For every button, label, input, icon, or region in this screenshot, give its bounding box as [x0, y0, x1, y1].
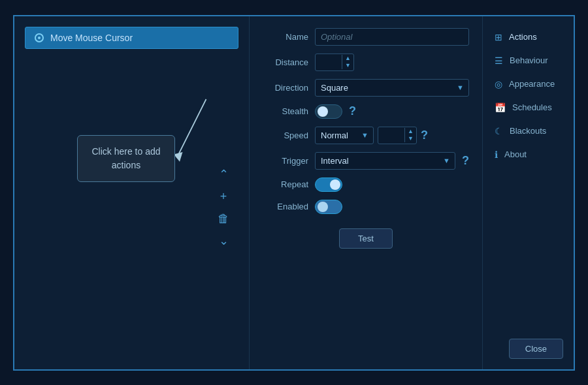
trigger-row: Trigger Interval On Start On Stop ▼ ? — [263, 152, 469, 170]
move-up-button[interactable]: ⌃ — [214, 164, 233, 184]
cursor-icon — [35, 33, 44, 42]
grid-icon: ⊞ — [495, 32, 502, 42]
repeat-row: Repeat — [263, 177, 469, 192]
repeat-toggle[interactable] — [315, 177, 342, 192]
actions-area: Click here to add actions ⌃ + 🗑 ⌄ — [25, 57, 238, 359]
distance-down-button[interactable]: ▼ — [342, 62, 353, 69]
svg-marker-1 — [174, 152, 183, 162]
sidebar-item-actions-label: Actions — [509, 32, 537, 42]
calendar-icon: 📅 — [495, 102, 506, 113]
sidebar-item-actions[interactable]: ⊞ Actions — [488, 27, 568, 48]
test-button-wrapper: Test — [263, 224, 469, 249]
eye-icon: ◎ — [495, 79, 502, 89]
speed-help-icon[interactable]: ? — [421, 129, 428, 142]
right-sidebar: ⊞ Actions ☰ Behaviour ◎ Appearance 📅 Sch… — [482, 16, 574, 369]
enabled-toggle-knob — [318, 202, 328, 212]
stealth-toggle-knob — [318, 106, 328, 117]
direction-select-wrapper: Square Horizontal Vertical Random ▼ — [315, 79, 469, 97]
info-icon: ℹ — [495, 149, 498, 160]
move-down-button[interactable]: ⌄ — [214, 231, 233, 251]
enabled-toggle[interactable] — [315, 200, 342, 214]
stealth-toggle[interactable] — [315, 104, 342, 119]
speed-number-input[interactable]: 5 — [378, 127, 404, 144]
speed-select-wrapper: Normal Fast Slow ▼ — [315, 127, 374, 144]
speed-select[interactable]: Normal Fast Slow — [315, 127, 374, 144]
sidebar-item-blackouts[interactable]: ☾ Blackouts — [488, 121, 568, 142]
middle-panel: Name Distance 10 ▲ ▼ Direction Square Ho… — [250, 16, 482, 369]
test-button[interactable]: Test — [339, 228, 393, 249]
add-button[interactable]: + — [214, 187, 233, 206]
distance-input[interactable]: 10 — [316, 54, 342, 70]
sidebar-item-appearance-label: Appearance — [509, 79, 555, 89]
close-button-wrapper: Close — [509, 339, 563, 359]
moon-icon: ☾ — [495, 126, 503, 136]
direction-row: Direction Square Horizontal Vertical Ran… — [263, 79, 469, 97]
distance-row: Distance 10 ▲ ▼ — [263, 54, 469, 71]
trigger-select[interactable]: Interval On Start On Stop — [315, 152, 455, 170]
speed-label: Speed — [263, 131, 308, 140]
speed-row: Speed Normal Fast Slow ▼ 5 ▲ ▼ — [263, 127, 469, 144]
enabled-label: Enabled — [263, 202, 308, 211]
sidebar-item-about[interactable]: ℹ About — [488, 144, 568, 165]
side-action-buttons: ⌃ + 🗑 ⌄ — [214, 164, 238, 251]
action-item-label: Move Mouse Cursor — [50, 33, 133, 43]
distance-up-button[interactable]: ▲ — [342, 55, 353, 62]
speed-spinner-arrows: ▲ ▼ — [404, 128, 416, 142]
close-button[interactable]: Close — [509, 339, 563, 359]
sidebar-item-behaviour[interactable]: ☰ Behaviour — [488, 50, 568, 71]
name-row: Name — [263, 28, 469, 46]
stealth-row: Stealth ? — [263, 104, 469, 119]
sidebar-item-schedules[interactable]: 📅 Schedules — [488, 97, 568, 118]
sidebar-item-behaviour-label: Behaviour — [510, 55, 548, 65]
sidebar-item-appearance[interactable]: ◎ Appearance — [488, 74, 568, 95]
direction-label: Direction — [263, 83, 308, 93]
trigger-select-wrapper: Interval On Start On Stop ▼ — [315, 152, 455, 170]
add-actions-tooltip[interactable]: Click here to add actions — [77, 135, 175, 182]
distance-label: Distance — [263, 57, 308, 67]
sidebar-item-about-label: About — [504, 149, 527, 159]
trigger-label: Trigger — [263, 156, 308, 166]
name-label: Name — [263, 32, 308, 42]
delete-button[interactable]: 🗑 — [214, 209, 233, 228]
stealth-label: Stealth — [263, 106, 308, 116]
action-item-move-mouse[interactable]: Move Mouse Cursor — [25, 27, 238, 49]
repeat-label: Repeat — [263, 179, 308, 189]
spinner-arrow-group: ▲ ▼ — [342, 55, 353, 69]
repeat-toggle-knob — [330, 179, 340, 190]
name-input[interactable] — [315, 28, 469, 46]
left-panel: Move Mouse Cursor Click here to add acti… — [14, 16, 250, 369]
speed-number-spinner: 5 ▲ ▼ — [378, 127, 417, 144]
sidebar-item-blackouts-label: Blackouts — [510, 126, 546, 136]
speed-up-button[interactable]: ▲ — [405, 128, 416, 135]
add-actions-text: Click here to add actions — [91, 146, 160, 170]
svg-line-0 — [177, 99, 206, 158]
enabled-row: Enabled — [263, 200, 469, 214]
speed-controls: Normal Fast Slow ▼ 5 ▲ ▼ ? — [315, 127, 428, 144]
distance-spinner: 10 ▲ ▼ — [315, 54, 354, 71]
trigger-help-icon[interactable]: ? — [462, 154, 469, 168]
direction-select[interactable]: Square Horizontal Vertical Random — [315, 79, 469, 97]
speed-down-button[interactable]: ▼ — [405, 135, 416, 142]
stealth-help-icon[interactable]: ? — [349, 104, 356, 118]
main-window: Move Mouse Cursor Click here to add acti… — [13, 15, 575, 371]
list-icon: ☰ — [495, 55, 503, 66]
sidebar-item-schedules-label: Schedules — [512, 102, 552, 112]
